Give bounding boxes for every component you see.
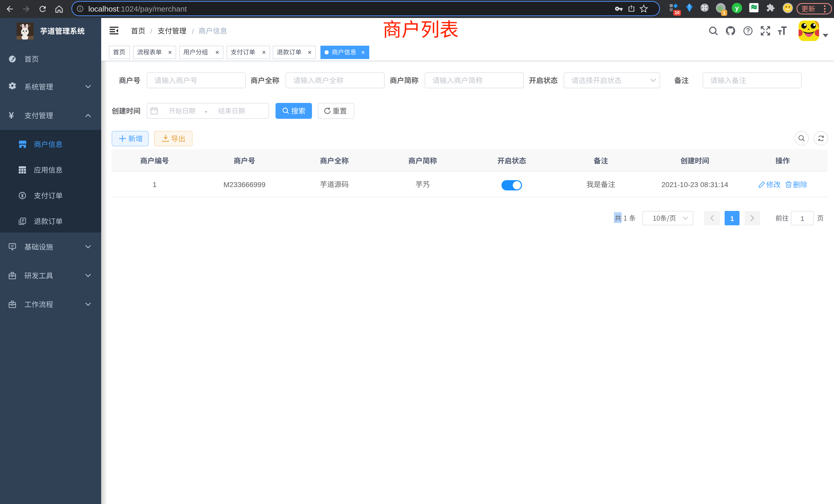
- svg-text:y: y: [735, 4, 739, 12]
